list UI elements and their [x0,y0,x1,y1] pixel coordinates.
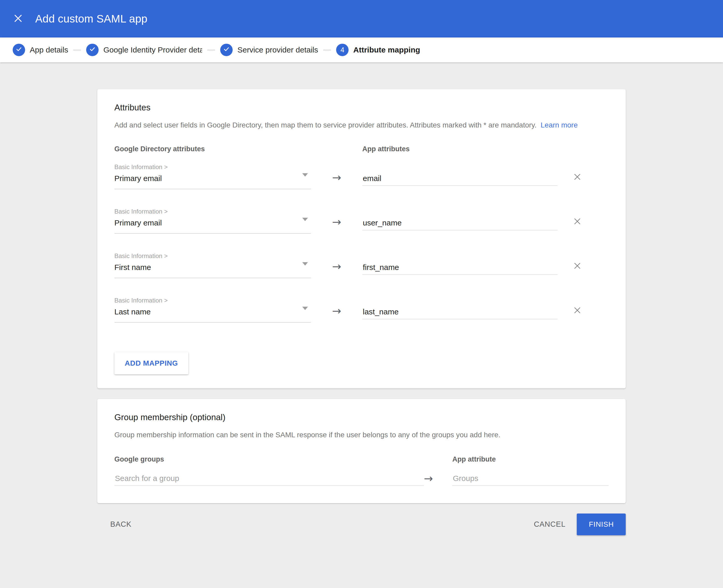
arrow-right-icon: → [332,306,341,316]
remove-mapping-button[interactable] [572,172,582,183]
remove-cell [558,261,609,278]
directory-attribute-value: Last name [114,308,311,316]
dropdown-caret-icon [302,307,308,310]
step-complete-check-circle [220,44,233,56]
check-icon [223,45,230,55]
arrow-right-icon: → [332,217,341,228]
learn-more-link[interactable]: Learn more [541,121,578,129]
attributes-card-description: Add and select user fields in Google Dir… [114,120,609,130]
mapping-column-headers: Google Directory attributes App attribut… [114,145,609,153]
directory-attribute-select[interactable]: Basic Information > Primary email [114,208,311,234]
app-attribute-header: App attribute [452,455,609,463]
mapping-arrow-cell: → [311,261,362,278]
step-attribute-mapping[interactable]: 4 Attribute mapping [336,44,420,56]
attribute-category-label: Basic Information > [114,208,311,215]
mapping-row: Basic Information > Primary email → [114,163,609,189]
close-icon [573,306,582,316]
step-label: App details [30,45,68,54]
step-label: Service provider details [237,45,318,54]
back-button[interactable]: BACK [110,520,132,528]
directory-attribute-value: First name [114,263,311,272]
app-attribute-cell [362,263,558,278]
finish-button[interactable]: FINISH [577,513,626,535]
description-text: Add and select user fields in Google Dir… [114,121,537,129]
footer-actions: BACK CANCEL FINISH [97,513,626,535]
app-attribute-cell [362,174,558,189]
group-search-input[interactable] [114,474,424,486]
step-number-circle: 4 [336,44,348,56]
page-title: Add custom SAML app [35,13,147,25]
mapping-rows: Basic Information > Primary email → [114,163,609,323]
dropdown-caret-icon [302,173,308,176]
mapping-arrow-cell: → [311,172,362,189]
group-search-cell [114,474,424,489]
mapping-row: Basic Information > Last name → [114,297,609,323]
directory-attribute-value: Primary email [114,218,311,227]
add-mapping-button[interactable]: ADD MAPPING [114,352,188,374]
google-directory-attributes-header: Google Directory attributes [114,145,311,153]
step-number: 4 [341,46,344,54]
group-card-description: Group membership information can be sent… [114,430,609,440]
attributes-card-title: Attributes [114,103,609,112]
app-attribute-cell [362,218,558,234]
wizard-stepper: App details Google Identity Provider det… [0,38,723,62]
mapping-row: Basic Information > Primary email → [114,208,609,234]
group-membership-card: Group membership (optional) Group member… [97,399,626,503]
check-icon [89,45,96,55]
group-arrow-cell: → [424,473,452,489]
close-icon [573,172,582,182]
remove-cell [558,172,609,189]
group-card-title: Group membership (optional) [114,413,609,422]
step-app-details[interactable]: App details [13,44,68,56]
step-service-provider-details[interactable]: Service provider details [220,44,318,56]
column-spacer [558,145,609,153]
group-mapping-row: → [114,473,609,489]
step-label: Attribute mapping [353,45,420,54]
dialog-header: Add custom SAML app [0,0,723,38]
close-button[interactable] [13,13,24,25]
app-attribute-cell [362,308,558,323]
app-attribute-input[interactable] [362,263,558,275]
attribute-category-label: Basic Information > [114,252,311,259]
dropdown-caret-icon [302,262,308,266]
directory-attribute-select[interactable]: Basic Information > First name [114,252,311,278]
remove-mapping-button[interactable] [572,217,582,227]
column-spacer [311,145,362,153]
page-content: Attributes Add and select user fields in… [0,62,723,535]
close-icon [573,217,582,227]
mapping-arrow-cell: → [311,217,362,234]
attribute-category-label: Basic Information > [114,163,311,171]
dropdown-caret-icon [302,218,308,221]
column-spacer [424,455,452,463]
remove-cell [558,217,609,234]
cancel-button[interactable]: CANCEL [534,520,565,528]
step-connector [207,50,215,50]
app-attribute-input[interactable] [362,174,558,186]
directory-attribute-select[interactable]: Basic Information > Primary email [114,163,311,189]
remove-mapping-button[interactable] [572,261,582,272]
attributes-card: Attributes Add and select user fields in… [97,89,626,388]
directory-attribute-select[interactable]: Basic Information > Last name [114,297,311,323]
app-attribute-input[interactable] [362,308,558,319]
groups-attribute-input[interactable] [452,474,609,486]
arrow-right-icon: → [332,172,341,183]
directory-attribute-value: Primary email [114,174,311,183]
step-connector [73,50,81,50]
mapping-arrow-cell: → [311,306,362,323]
step-label: Google Identity Provider details [103,45,202,54]
app-attribute-input[interactable] [362,218,558,230]
close-icon [573,261,582,271]
arrow-right-icon: → [424,473,433,484]
step-complete-check-circle [13,44,25,56]
remove-mapping-button[interactable] [572,306,582,316]
remove-cell [558,306,609,323]
check-icon [15,45,22,55]
step-connector [323,50,331,50]
mapping-row: Basic Information > First name → [114,252,609,278]
step-complete-check-circle [86,44,99,56]
close-icon [13,14,23,24]
arrow-right-icon: → [332,261,341,272]
step-google-idp-details[interactable]: Google Identity Provider details [86,44,202,56]
groups-attribute-cell [452,474,609,489]
attribute-category-label: Basic Information > [114,297,311,304]
